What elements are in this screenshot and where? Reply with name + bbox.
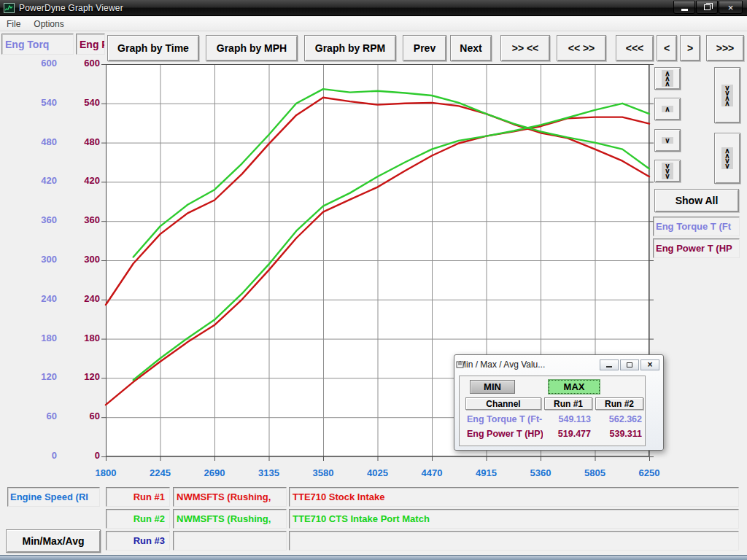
ytick-torque-240: 240 [26,293,57,305]
ytick-torque-180: 180 [26,332,57,344]
run-label-run-3[interactable]: Run #3 [106,531,170,551]
ytick-power-0: 0 [68,450,100,462]
xtick-4470: 4470 [406,467,457,478]
run-file-3 [173,531,287,551]
minimize-icon [606,366,612,368]
minmax-close-button[interactable]: × [640,359,659,370]
ytick-torque-600: 600 [26,58,57,69]
ytick-torque-420: 420 [26,175,57,187]
xtick-4915: 4915 [461,467,512,478]
minmax-window-icon [456,360,465,369]
zoom-out-vertical-button[interactable]: ∧∧∨∨ [714,133,740,184]
ytick-power-240: 240 [68,293,100,305]
cell-channel: Eng Torque T (Ft- [467,414,543,424]
minmax-maximize-button[interactable] [620,359,639,370]
window-title: PowerDyne Graph Viewer [19,3,123,13]
ytick-torque-120: 120 [26,371,57,383]
menu-bar: File Options [0,17,747,31]
cell-run1-value: 549.113 [544,414,591,424]
close-icon: × [647,359,652,370]
zoom-in-vertical-button[interactable]: ∨∨∧∧ [714,67,740,123]
run-desc-1: TTE710 Stock Intake [289,487,739,507]
run-desc-2: TTE710 CTS Intake Port Match [289,509,739,529]
minmax-row-eng-torque-t-ft: Eng Torque T (Ft-549.113562.362 [460,414,645,427]
ytick-power-600: 600 [68,58,100,69]
column-header-run2: Run #2 [595,397,643,410]
tab-eng-power[interactable]: Eng Powe [76,34,105,55]
run-label-run-2[interactable]: Run #2 [106,509,170,529]
minmax-titlebar: Min / Max / Avg Valu... × [456,357,662,373]
run-label-run-1[interactable]: Run #1 [106,487,170,507]
toolbar-button-sym[interactable]: > [680,35,700,61]
scroll-up-fast-button[interactable]: ∧∧∧ [654,67,681,90]
xtick-3580: 3580 [298,467,349,478]
ytick-power-120: 120 [68,371,100,383]
minmaxavg-button[interactable]: Min/Max/Avg [6,529,101,553]
toolbar-button-sym[interactable]: >> << [500,35,550,61]
toolbar-button-sym[interactable]: << >> [557,35,606,61]
ytick-power-540: 540 [68,97,100,109]
ytick-torque-60: 60 [26,411,57,422]
close-icon: × [728,3,734,12]
x-axis-channel-box: Engine Speed (RI [7,487,100,507]
ytick-power-420: 420 [68,175,100,187]
ytick-torque-480: 480 [26,136,57,148]
ytick-torque-0: 0 [26,450,57,462]
scroll-down-fast-button[interactable]: ∨∨∨ [654,160,681,182]
toolbar-button-next[interactable]: Next [450,35,492,61]
toolbar-button-graph-by-rpm[interactable]: Graph by RPM [304,35,396,61]
menu-options[interactable]: Options [27,18,70,31]
maximize-button[interactable] [696,1,718,14]
minmax-minimize-button[interactable] [600,359,619,370]
tab-eng-torque[interactable]: Eng Torq [1,34,74,55]
ytick-torque-360: 360 [26,214,57,226]
toolbar-button-sym[interactable]: < [657,35,677,61]
toolbar-button-sym[interactable]: >>> [706,35,744,61]
scroll-up-fast-icon: ∧∧∧ [662,70,673,87]
legend-label: Eng Power T (HP [654,243,732,254]
xtick-5360: 5360 [515,467,566,478]
ytick-power-60: 60 [68,411,100,422]
minmax-window-title: Min / Max / Avg Valu... [459,359,545,370]
max-button[interactable]: MAX [549,380,600,394]
legend-eng-torque-t-ft[interactable]: Eng Torque T (Ft [653,217,740,236]
minmax-row-eng-power-t-hp: Eng Power T (HP)519.477539.311 [460,429,645,442]
x-axis-channel-label: Engine Speed (RI [8,491,88,502]
cell-run2-value: 539.311 [595,429,642,439]
column-header-run1: Run #1 [544,397,592,410]
menu-file[interactable]: File [0,18,27,31]
min-button[interactable]: MIN [470,380,515,394]
title-bar: PowerDyne Graph Viewer × [0,0,747,16]
show-all-button[interactable]: Show All [654,189,739,212]
xtick-5805: 5805 [570,467,621,478]
tab-eng-torque-label: Eng Torq [2,39,49,50]
toolbar-button-sym[interactable]: <<< [616,35,654,61]
toolbar-button-graph-by-time[interactable]: Graph by Time [107,35,199,61]
scroll-down-button[interactable]: ∨ [654,129,681,152]
toolbar-button-prev[interactable]: Prev [403,35,446,61]
cell-run1-value: 519.477 [544,429,591,439]
window-bottom-border [0,555,747,560]
run-file-2: NWMSFTS (Rushing, [173,509,287,529]
ytick-power-360: 360 [68,214,100,226]
ytick-torque-540: 540 [26,97,57,109]
maximize-icon [704,4,711,10]
ytick-power-300: 300 [68,254,100,265]
toolbar-button-graph-by-mph[interactable]: Graph by MPH [206,35,298,61]
tab-eng-power-label: Eng Powe [77,39,105,50]
ytick-torque-300: 300 [26,254,57,265]
legend-label: Eng Torque T (Ft [654,221,731,232]
minmax-panel: MIN MAX Channel Run #1 Run #2 Eng Torque… [459,376,646,446]
zoom-in-vertical-icon: ∨∨∧∧ [721,85,732,106]
scroll-up-button[interactable]: ∧ [654,98,681,120]
legend-eng-power-t-hp[interactable]: Eng Power T (HP [653,238,740,258]
minimize-button[interactable] [673,1,695,14]
cell-run2-value: 562.362 [595,414,642,424]
run-file-1: NWMSFTS (Rushing, [173,487,287,507]
xtick-1800: 1800 [80,467,131,478]
xtick-4025: 4025 [352,467,403,478]
minmax-window: Min / Max / Avg Valu... × MIN MAX Channe… [454,354,664,451]
close-button[interactable]: × [719,1,743,14]
maximize-icon [627,362,632,368]
run-desc-3 [289,531,739,551]
